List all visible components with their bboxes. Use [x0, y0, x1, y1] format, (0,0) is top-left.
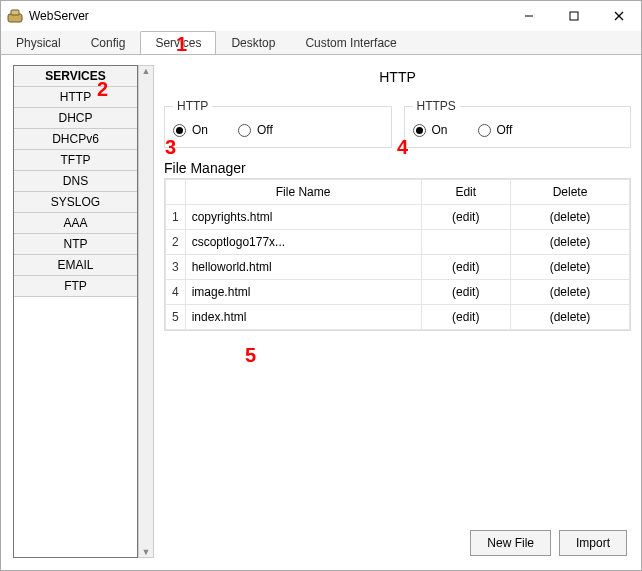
- scroll-down-icon: ▼: [142, 547, 151, 557]
- http-legend: HTTP: [173, 99, 212, 113]
- titlebar: WebServer: [1, 1, 641, 31]
- sidebar-item-dhcpv6[interactable]: DHCPv6: [14, 129, 137, 150]
- table-row: 2 cscoptlogo177x... (delete): [166, 230, 630, 255]
- app-window: WebServer Physical Config Services Deskt…: [0, 0, 642, 571]
- sidebar-item-dhcp[interactable]: DHCP: [14, 108, 137, 129]
- col-rownum: [166, 180, 186, 205]
- sidebar-header: SERVICES: [14, 66, 137, 87]
- cell-delete-link[interactable]: (delete): [510, 280, 629, 305]
- cell-delete-link[interactable]: (delete): [510, 230, 629, 255]
- https-legend: HTTPS: [413, 99, 460, 113]
- cell-edit-link[interactable]: (edit): [421, 280, 510, 305]
- tab-custom-interface[interactable]: Custom Interface: [290, 31, 411, 54]
- app-icon: [7, 8, 23, 24]
- tab-desktop[interactable]: Desktop: [216, 31, 290, 54]
- sidebar-item-dns[interactable]: DNS: [14, 171, 137, 192]
- col-filename: File Name: [185, 180, 421, 205]
- table-row: 4 image.html (edit) (delete): [166, 280, 630, 305]
- main-panel: HTTP HTTP On Off: [164, 65, 631, 558]
- bottom-bar: New File Import: [470, 530, 627, 556]
- svg-rect-1: [11, 10, 19, 15]
- table-row: 1 copyrights.html (edit) (delete): [166, 205, 630, 230]
- window-title: WebServer: [29, 9, 506, 23]
- row-number: 3: [166, 255, 186, 280]
- https-off-radio[interactable]: Off: [478, 123, 513, 137]
- minimize-button[interactable]: [506, 1, 551, 31]
- http-on-radio[interactable]: On: [173, 123, 208, 137]
- close-button[interactable]: [596, 1, 641, 31]
- col-edit: Edit: [421, 180, 510, 205]
- row-number: 5: [166, 305, 186, 330]
- https-on-radio[interactable]: On: [413, 123, 448, 137]
- main-tabs: Physical Config Services Desktop Custom …: [1, 31, 641, 55]
- sidebar-item-ntp[interactable]: NTP: [14, 234, 137, 255]
- cell-delete-link[interactable]: (delete): [510, 305, 629, 330]
- http-fieldset: HTTP On Off: [164, 99, 392, 148]
- tab-physical[interactable]: Physical: [1, 31, 76, 54]
- cell-filename[interactable]: copyrights.html: [185, 205, 421, 230]
- col-delete: Delete: [510, 180, 629, 205]
- svg-rect-3: [570, 12, 578, 20]
- table-header-row: File Name Edit Delete: [166, 180, 630, 205]
- table-row: 5 index.html (edit) (delete): [166, 305, 630, 330]
- cell-filename[interactable]: helloworld.html: [185, 255, 421, 280]
- http-off-radio[interactable]: Off: [238, 123, 273, 137]
- page-title: HTTP: [164, 69, 631, 85]
- row-number: 2: [166, 230, 186, 255]
- tab-services[interactable]: Services: [140, 31, 216, 54]
- new-file-button[interactable]: New File: [470, 530, 551, 556]
- cell-edit-link[interactable]: [421, 230, 510, 255]
- sidebar-item-aaa[interactable]: AAA: [14, 213, 137, 234]
- sidebar-item-syslog[interactable]: SYSLOG: [14, 192, 137, 213]
- row-number: 4: [166, 280, 186, 305]
- cell-edit-link[interactable]: (edit): [421, 305, 510, 330]
- import-button[interactable]: Import: [559, 530, 627, 556]
- radio-icon: [173, 124, 186, 137]
- sidebar-item-http[interactable]: HTTP: [14, 87, 137, 108]
- sidebar-scrollbar[interactable]: ▲ ▼: [138, 65, 154, 558]
- sidebar-item-email[interactable]: EMAIL: [14, 255, 137, 276]
- cell-edit-link[interactable]: (edit): [421, 255, 510, 280]
- file-manager-title: File Manager: [164, 160, 631, 176]
- tab-config[interactable]: Config: [76, 31, 141, 54]
- https-off-label: Off: [497, 123, 513, 137]
- https-on-label: On: [432, 123, 448, 137]
- http-radio-row: On Off: [173, 123, 383, 137]
- cell-delete-link[interactable]: (delete): [510, 205, 629, 230]
- http-off-label: Off: [257, 123, 273, 137]
- https-fieldset: HTTPS On Off: [404, 99, 632, 148]
- radio-icon: [238, 124, 251, 137]
- row-number: 1: [166, 205, 186, 230]
- file-table: File Name Edit Delete 1 copyrights.html …: [165, 179, 630, 330]
- sidebar-item-ftp[interactable]: FTP: [14, 276, 137, 297]
- services-sidebar: SERVICES HTTP DHCP DHCPv6 TFTP DNS SYSLO…: [13, 65, 138, 558]
- cell-edit-link[interactable]: (edit): [421, 205, 510, 230]
- cell-filename[interactable]: cscoptlogo177x...: [185, 230, 421, 255]
- window-controls: [506, 1, 641, 31]
- scroll-up-icon: ▲: [142, 66, 151, 76]
- table-row: 3 helloworld.html (edit) (delete): [166, 255, 630, 280]
- radio-icon: [478, 124, 491, 137]
- maximize-button[interactable]: [551, 1, 596, 31]
- workarea: SERVICES HTTP DHCP DHCPv6 TFTP DNS SYSLO…: [1, 55, 641, 570]
- cell-delete-link[interactable]: (delete): [510, 255, 629, 280]
- http-on-label: On: [192, 123, 208, 137]
- https-radio-row: On Off: [413, 123, 623, 137]
- cell-filename[interactable]: index.html: [185, 305, 421, 330]
- toggle-fieldsets: HTTP On Off HTTPS: [164, 99, 631, 148]
- file-manager: File Name Edit Delete 1 copyrights.html …: [164, 178, 631, 331]
- sidebar-item-tftp[interactable]: TFTP: [14, 150, 137, 171]
- cell-filename[interactable]: image.html: [185, 280, 421, 305]
- sidebar-wrap: SERVICES HTTP DHCP DHCPv6 TFTP DNS SYSLO…: [13, 65, 154, 558]
- radio-icon: [413, 124, 426, 137]
